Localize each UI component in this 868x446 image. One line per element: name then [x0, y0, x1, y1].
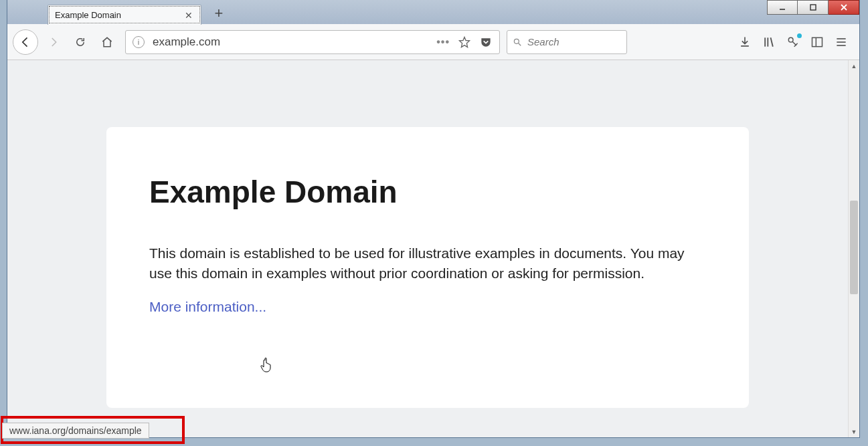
- window-controls: [767, 0, 859, 15]
- search-bar[interactable]: [507, 30, 627, 54]
- window-maximize-button[interactable]: [798, 0, 829, 15]
- reload-button[interactable]: [69, 31, 92, 53]
- svg-line-5: [519, 43, 521, 45]
- page-actions-icon[interactable]: •••: [436, 36, 450, 48]
- svg-rect-10: [812, 37, 822, 46]
- scroll-up-arrow[interactable]: ▲: [849, 60, 859, 72]
- new-tab-button[interactable]: +: [209, 4, 228, 23]
- svg-point-4: [514, 39, 519, 43]
- sidebar-icon[interactable]: [810, 35, 824, 49]
- more-information-link[interactable]: More information...: [149, 299, 266, 314]
- tab-active[interactable]: Example Domain ✕: [48, 5, 201, 25]
- search-icon: [513, 37, 522, 47]
- scroll-thumb[interactable]: [850, 201, 858, 294]
- window-close-button[interactable]: [829, 0, 859, 15]
- content-card: Example Domain This domain is establishe…: [106, 127, 749, 408]
- toolbar-right: [737, 35, 854, 49]
- page-paragraph: This domain is established to be used fo…: [149, 243, 685, 284]
- status-bar-link-preview: www.iana.org/domains/example: [2, 423, 149, 439]
- browser-window: Example Domain ✕ + i •••: [7, 0, 860, 438]
- back-button[interactable]: [13, 29, 38, 55]
- site-info-icon[interactable]: i: [133, 36, 145, 48]
- library-icon[interactable]: [762, 35, 776, 49]
- page-background: Example Domain This domain is establishe…: [10, 63, 845, 435]
- menu-icon[interactable]: [834, 35, 849, 49]
- vertical-scrollbar[interactable]: ▲ ▼: [848, 60, 859, 437]
- forward-button[interactable]: [42, 31, 65, 53]
- bookmark-star-icon[interactable]: [458, 35, 471, 49]
- svg-line-8: [771, 37, 773, 46]
- tab-title: Example Domain: [55, 10, 183, 20]
- home-button[interactable]: [96, 31, 118, 53]
- window-minimize-button[interactable]: [767, 0, 798, 15]
- tab-close-icon[interactable]: ✕: [183, 10, 194, 21]
- page-viewport[interactable]: Example Domain This domain is establishe…: [7, 60, 848, 437]
- tab-strip: Example Domain ✕ +: [7, 0, 859, 24]
- url-input[interactable]: [151, 35, 430, 49]
- pocket-icon[interactable]: [479, 35, 493, 49]
- svg-rect-1: [810, 5, 816, 10]
- content-area: Example Domain This domain is establishe…: [7, 60, 859, 437]
- search-input[interactable]: [526, 35, 657, 48]
- nav-toolbar: i •••: [7, 24, 859, 60]
- svg-point-9: [788, 37, 793, 42]
- url-bar[interactable]: i •••: [125, 30, 500, 54]
- page-heading: Example Domain: [149, 174, 706, 210]
- scroll-down-arrow[interactable]: ▼: [849, 426, 859, 437]
- urlbar-right-icons: •••: [436, 35, 493, 49]
- downloads-icon[interactable]: [737, 35, 752, 49]
- screenshot-icon[interactable]: [786, 35, 800, 49]
